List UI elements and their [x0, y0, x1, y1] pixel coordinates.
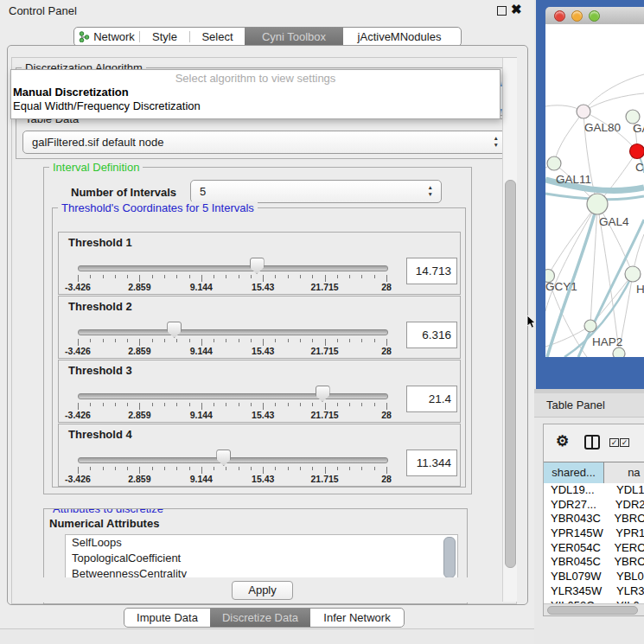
checkbox-icon[interactable]: ✓ [620, 438, 629, 447]
close-icon[interactable]: ✖ [511, 1, 522, 18]
table-row[interactable]: YER054CYERO [544, 541, 644, 556]
attribute-list-item[interactable]: TopologicalCoefficient [66, 551, 457, 566]
table-cell[interactable]: YPR145W [544, 526, 613, 541]
minimize-traffic-light-icon[interactable] [571, 10, 583, 22]
threshold-slider-track[interactable] [78, 393, 388, 399]
table-cell[interactable]: YPR1 [613, 526, 644, 541]
threshold-value-input[interactable]: 14.713 [406, 258, 457, 284]
algorithm-option-equal-width[interactable]: Equal Width/Frequency Discretization [11, 99, 500, 113]
table-header-row: shared... na [544, 462, 644, 484]
float-window-icon[interactable] [497, 6, 507, 16]
tab-style[interactable]: Style [140, 28, 189, 46]
table-cell[interactable]: YDL1 [614, 483, 644, 498]
table-cell[interactable]: YDR2 [613, 498, 644, 513]
table-panel-title: Table Panel [534, 399, 605, 411]
checkbox-icon[interactable]: ✓ [609, 438, 619, 447]
network-node[interactable] [587, 194, 608, 214]
threshold-slider-track[interactable] [78, 329, 388, 335]
threshold-label: Threshold 4 [68, 428, 132, 441]
table-cell[interactable]: YLR345W [544, 584, 614, 599]
table-cell[interactable]: YBRO [611, 555, 644, 570]
table-cell[interactable]: YBL0 [614, 570, 644, 584]
table-row[interactable]: YBR045CYBRO [544, 555, 644, 570]
tab-impute-data[interactable]: Impute Data [124, 609, 210, 627]
table-row[interactable]: YPR145WYPR1 [544, 526, 644, 541]
table-cell[interactable]: YBL079W [544, 570, 614, 584]
table-row[interactable]: YDL19...YDL1 [544, 483, 644, 498]
threshold-slider-thumb[interactable] [167, 322, 182, 338]
threshold-slider-thumb[interactable] [316, 386, 330, 402]
tab-cyni-toolbox[interactable]: Cyni Toolbox [245, 28, 343, 46]
network-node[interactable] [584, 320, 596, 332]
combo-arrows-icon: ▲▼ [494, 135, 499, 149]
attribute-list-item[interactable]: SelfLoops [66, 535, 457, 551]
table-row[interactable]: YBL079WYBL0 [544, 570, 644, 584]
number-of-intervals-spinner[interactable]: 5 ▲▼ [190, 180, 442, 203]
apply-button[interactable]: Apply [232, 581, 293, 600]
top-tabbar: Network Style Select Cyni Toolbox jActiv… [73, 27, 462, 47]
zoom-traffic-light-icon[interactable] [589, 10, 600, 22]
table-cell[interactable]: YDL19... [544, 483, 614, 498]
table-row[interactable]: YDR27...YDR2 [544, 498, 644, 513]
table-cell[interactable]: YERO [611, 541, 644, 556]
threshold-tick-label: 28 [362, 282, 411, 292]
table-toolbar: ⚙ ✓ ✓ [544, 424, 644, 461]
tab-discretize-data[interactable]: Discretize Data [210, 609, 310, 627]
threshold-tick-label: -3.426 [54, 410, 102, 420]
table-data-combobox[interactable]: galFiltered.sif default node ▲▼ [22, 131, 507, 154]
tab-jactivemnodules[interactable]: jActiveMNodules [343, 28, 456, 46]
threshold-tick-label: 9.144 [177, 474, 226, 484]
network-tab-icon [79, 31, 90, 42]
network-node[interactable] [547, 156, 561, 170]
network-node[interactable] [577, 105, 590, 118]
panel-scrollbar-thumb[interactable] [505, 180, 516, 568]
number-of-intervals-label: Number of Intervals [71, 186, 176, 199]
threshold-tick-label: 9.144 [177, 410, 226, 420]
spinner-arrows-icon: ▲▼ [428, 184, 433, 198]
threshold-slider-thumb[interactable] [250, 258, 265, 274]
threshold-value-input[interactable]: 21.4 [406, 386, 457, 412]
columns-icon[interactable] [584, 435, 600, 450]
threshold-row: Threshold 1 -3.4262.8599.14415.4321.7152… [58, 232, 461, 295]
table-row[interactable]: YBR043CYBRO [544, 512, 644, 526]
threshold-label: Threshold 2 [68, 300, 132, 313]
attributes-scrollbar[interactable] [443, 537, 456, 578]
network-node[interactable] [613, 348, 625, 357]
threshold-slider-thumb[interactable] [216, 450, 231, 466]
table-cell[interactable]: YBRO [611, 512, 644, 526]
threshold-tick-label: 15.43 [239, 282, 287, 292]
tab-network[interactable]: Network [74, 28, 139, 46]
network-node[interactable] [625, 266, 641, 282]
network-node[interactable] [630, 144, 644, 159]
column-header-shared-name[interactable]: shared... [544, 462, 604, 483]
thresholds-group: Threshold's Coordinates for 5 Intervals … [52, 207, 466, 488]
panel-title: Control Panel [9, 3, 77, 19]
threshold-value-input[interactable]: 11.344 [406, 450, 457, 476]
table-row[interactable]: YLR345WYLR3 [544, 584, 644, 599]
panel-scrollbar-track[interactable] [502, 58, 517, 602]
table-cell[interactable]: YLR3 [614, 584, 644, 599]
table-hscrollbar-track[interactable] [544, 603, 644, 615]
gear-icon[interactable]: ⚙ [556, 433, 569, 450]
algorithm-prompt-item[interactable]: Select algorithm to view settings [11, 70, 500, 86]
threshold-slider-track[interactable] [78, 265, 388, 271]
tab-network-label: Network [93, 28, 135, 46]
mouse-cursor [526, 316, 537, 329]
table-cell[interactable]: YBR043C [544, 512, 611, 526]
threshold-row: Threshold 3 -3.4262.8599.14415.4321.7152… [58, 360, 461, 423]
column-header-name[interactable]: na [604, 462, 644, 483]
table-rows[interactable]: YDL19...YDL1YDR27...YDR2YBR043CYBROYPR14… [544, 483, 644, 603]
threshold-slider-track[interactable] [78, 457, 388, 463]
tab-infer-network[interactable]: Infer Network [310, 609, 404, 627]
network-canvas[interactable]: GAL80GACGAL11GAL4GCY1HAHAP2 [545, 24, 644, 357]
table-cell[interactable]: YDR27... [544, 498, 613, 513]
network-window-titlebar[interactable] [545, 7, 644, 25]
threshold-tick-label: 2.859 [115, 410, 163, 420]
tab-select[interactable]: Select [190, 28, 245, 46]
table-hscrollbar-thumb[interactable] [547, 606, 638, 615]
close-traffic-light-icon[interactable] [554, 10, 565, 22]
algorithm-option-manual[interactable]: Manual Discretization [11, 86, 500, 99]
threshold-value-input[interactable]: 6.316 [406, 322, 457, 348]
table-cell[interactable]: YBR045C [544, 555, 611, 570]
table-cell[interactable]: YER054C [544, 541, 611, 556]
